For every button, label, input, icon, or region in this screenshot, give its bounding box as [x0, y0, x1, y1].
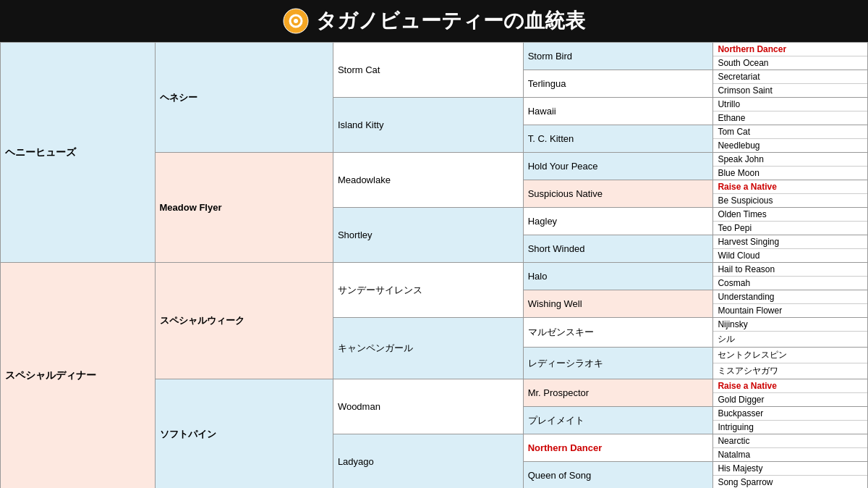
col4-cell: Hold Your Peace	[523, 153, 713, 180]
col5a-label: Utrillo	[713, 98, 867, 112]
col4-cell: Mr. Prospector	[523, 379, 713, 407]
col5b-label: Teo Pepi	[713, 222, 867, 235]
col5b-label: Be Suspicious	[713, 194, 867, 207]
page-wrapper: タガノビューティーの血統表 ヘニーヒューズヘネシーStorm CatStorm …	[0, 0, 868, 488]
col4-cell: Hawaii	[523, 98, 713, 125]
col5b-label: Gold Digger	[713, 393, 867, 406]
col5-cell: Northern DancerSouth Ocean	[713, 43, 868, 70]
col4-cell: Short Winded	[523, 235, 713, 263]
col3-cell: Shortley	[333, 208, 523, 263]
col5-cell: Speak JohnBlue Moon	[713, 153, 868, 180]
col4-cell: Halo	[523, 263, 713, 290]
col5-cell: Raise a NativeBe Suspicious	[713, 180, 868, 208]
col5b-label: Wild Cloud	[713, 249, 867, 262]
col2-cell: スペシャルウィーク	[155, 263, 333, 379]
col4-cell: Terlingua	[523, 70, 713, 98]
col5a-label: Raise a Native	[713, 180, 867, 194]
pedigree-table: ヘニーヒューズヘネシーStorm CatStorm BirdNorthern D…	[0, 42, 868, 488]
col3-cell: Woodman	[333, 379, 523, 434]
col5a-label: Speak John	[713, 153, 867, 167]
col3-cell: キャンペンガール	[333, 318, 523, 379]
col5a-label: セントクレスピン	[713, 348, 867, 363]
col5-cell: Tom CatNeedlebug	[713, 125, 868, 153]
page-title: タガノビューティーの血統表	[316, 7, 585, 35]
col1-cell: ヘニーヒューズ	[1, 43, 156, 263]
col5-cell: Harvest SingingWild Cloud	[713, 235, 868, 263]
col5-cell: Nijinskyシル	[713, 318, 868, 348]
col5-cell: Hail to ReasonCosmah	[713, 263, 868, 290]
page-header: タガノビューティーの血統表	[0, 0, 868, 42]
col5a-label: His Majesty	[713, 462, 867, 476]
col5b-label: Intriguing	[713, 421, 867, 434]
col5a-label: Tom Cat	[713, 125, 867, 139]
col4-cell: Suspicious Native	[523, 180, 713, 208]
col5a-label: Nearctic	[713, 434, 867, 448]
col3-cell: Meadowlake	[333, 153, 523, 208]
col5b-label: Cosmah	[713, 277, 867, 290]
col4-cell: T. C. Kitten	[523, 125, 713, 153]
col5b-label: South Ocean	[713, 56, 867, 70]
svg-point-2	[294, 19, 298, 23]
header-logo-icon	[283, 8, 309, 34]
col2-cell: ソフトパイン	[155, 379, 333, 489]
col5a-label: Buckpasser	[713, 407, 867, 421]
col5-cell: BuckpasserIntriguing	[713, 407, 868, 434]
col4-cell: マルゼンスキー	[523, 318, 713, 348]
col5-cell: Olden TimesTeo Pepi	[713, 208, 868, 235]
col5-cell: SecretariatCrimson Saint	[713, 70, 868, 98]
col5b-label: ミスアシヤガワ	[713, 363, 867, 379]
col2-cell: Meadow Flyer	[155, 153, 333, 263]
col5a-label: Secretariat	[713, 70, 867, 84]
col5b-label: Song Sparrow	[713, 476, 867, 488]
col5a-label: Harvest Singing	[713, 235, 867, 249]
col4-cell: レディーシラオキ	[523, 348, 713, 379]
col5-cell: NearcticNatalma	[713, 434, 868, 462]
col3-cell: Ladyago	[333, 434, 523, 489]
col4-cell: Queen of Song	[523, 462, 713, 489]
col5-cell: Raise a NativeGold Digger	[713, 379, 868, 407]
col5a-label: Olden Times	[713, 208, 867, 222]
col5a-label: Nijinsky	[713, 318, 867, 332]
col5b-label: Natalma	[713, 448, 867, 461]
col3-cell: Island Kitty	[333, 98, 523, 153]
col2-cell: ヘネシー	[155, 43, 333, 153]
col5b-label: Needlebug	[713, 139, 867, 152]
col4-cell: Hagley	[523, 208, 713, 235]
col5a-label: Northern Dancer	[713, 43, 867, 56]
col3-cell: サンデーサイレンス	[333, 263, 523, 318]
col5a-label: Raise a Native	[713, 379, 867, 393]
col5b-label: Ethane	[713, 112, 867, 125]
col5b-label: シル	[713, 332, 867, 347]
col1-cell: スペシャルディナー	[1, 263, 156, 489]
col5-cell: UtrilloEthane	[713, 98, 868, 125]
col3-cell: Storm Cat	[333, 43, 523, 98]
col5-cell: セントクレスピンミスアシヤガワ	[713, 348, 868, 379]
col4-cell: プレイメイト	[523, 407, 713, 434]
col5-cell: UnderstandingMountain Flower	[713, 290, 868, 318]
col5b-label: Blue Moon	[713, 167, 867, 180]
col5b-label: Crimson Saint	[713, 84, 867, 97]
col5a-label: Understanding	[713, 290, 867, 304]
col5b-label: Mountain Flower	[713, 304, 867, 317]
col4-cell: Storm Bird	[523, 43, 713, 70]
col5-cell: His MajestySong Sparrow	[713, 462, 868, 489]
col4-cell: Northern Dancer	[523, 434, 713, 462]
col4-cell: Wishing Well	[523, 290, 713, 318]
col5a-label: Hail to Reason	[713, 263, 867, 277]
